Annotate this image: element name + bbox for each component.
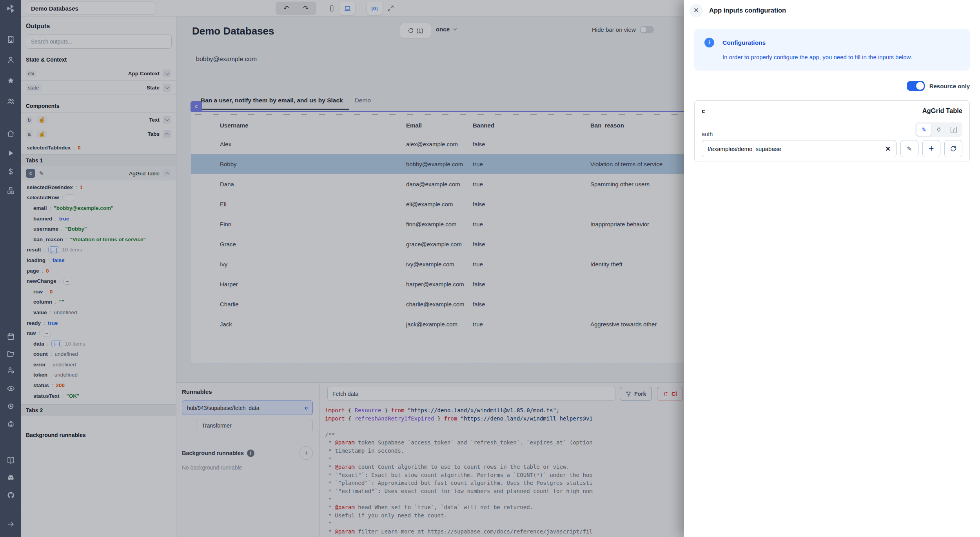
info-icon: i <box>704 38 714 47</box>
drawer-title: App inputs configuration <box>709 7 786 14</box>
resource-only-row: Resource only <box>694 81 970 91</box>
close-icon[interactable]: ✕ <box>690 4 703 17</box>
component-type: AgGrid Table <box>922 107 962 115</box>
drawer-header: ✕ App inputs configuration <box>684 0 980 21</box>
resource-input[interactable]: f/examples/demo_supabase ✕ <box>702 140 897 157</box>
configurations-info-box: i Configurations In order to properly co… <box>694 29 970 71</box>
field-label: auth <box>702 131 713 137</box>
function-icon[interactable]: f <box>946 124 961 136</box>
app-inputs-drawer: ✕ App inputs configuration i Configurati… <box>684 0 980 537</box>
clear-input-icon[interactable]: ✕ <box>886 145 891 153</box>
pencil-icon[interactable]: ✎ <box>916 124 931 136</box>
resource-only-toggle[interactable] <box>907 81 925 91</box>
edit-resource-button[interactable]: ✎ <box>900 140 918 157</box>
component-id: c <box>702 107 705 114</box>
info-text: In order to properly configure the app, … <box>722 54 960 60</box>
add-resource-button[interactable]: + <box>922 140 940 157</box>
component-input-card: c AgGrid Table ✎ f auth f/examples/demo_… <box>694 100 970 162</box>
plug-icon[interactable] <box>931 124 946 136</box>
info-title: Configurations <box>722 39 766 46</box>
input-mode-segmented-control: ✎ f <box>915 122 962 137</box>
modal-dim-overlay[interactable] <box>0 0 684 537</box>
refresh-resource-button[interactable] <box>944 140 962 157</box>
